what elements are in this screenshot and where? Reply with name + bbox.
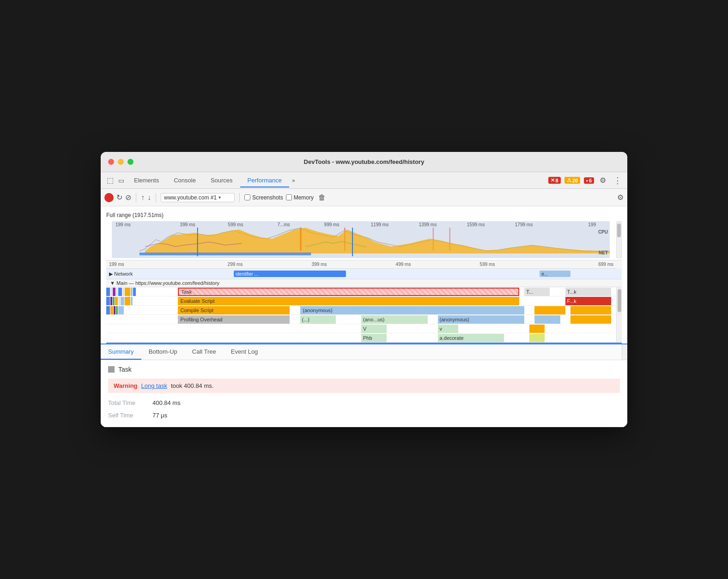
screenshots-toggle: Screenshots	[244, 194, 283, 201]
task-bar-t1: T...	[524, 288, 550, 296]
flame-chart-container: Task T... T...k	[106, 287, 622, 344]
memory-label: Memory	[294, 194, 314, 201]
more-icon[interactable]: ⋮	[612, 174, 624, 187]
network-bar-2: e...	[540, 271, 570, 277]
warning-label: Warning	[114, 382, 138, 389]
eval-mini-bars	[106, 297, 173, 305]
summary-tab[interactable]: Summary	[101, 344, 141, 360]
tab-sources[interactable]: Sources	[203, 174, 240, 187]
task-bar-main[interactable]: Task	[178, 288, 520, 296]
v-bar-2: v	[438, 325, 458, 333]
anonymous-bar[interactable]: (anonymous)	[300, 306, 525, 314]
timeline-marker-1: 199 ms	[115, 222, 164, 227]
left-mini-bars	[106, 288, 173, 296]
badge-row: ✕ 8 ⚠ 20 ▪ 6 ⚙ ⋮	[548, 174, 624, 187]
network-expand[interactable]: ▶ Network	[106, 271, 135, 277]
zoom-ruler: 199 ms 299 ms 399 ms 499 ms 599 ms 699 m…	[106, 260, 622, 269]
timeline-marker-2: 399 ms	[164, 222, 212, 227]
profiling-right	[534, 315, 560, 324]
timeline-marker-7: 1399 ms	[404, 222, 452, 227]
decorate-bar: a.decorate	[438, 334, 504, 342]
summary-panel: Summary Bottom-Up Call Tree Event Log Ta…	[101, 344, 627, 427]
zoom-marker-3: 399 ms	[277, 262, 361, 267]
overview-scrollbar[interactable]	[616, 221, 622, 258]
url-selector[interactable]: www.youtube.com #1 ▾	[161, 193, 235, 202]
warning-row: Warning Long task took 400.84 ms.	[108, 379, 620, 393]
network-row-container: ▶ Network identifier ... e...	[106, 269, 622, 279]
flame-row-v: V v	[106, 324, 616, 333]
self-time-row: Self Time 77 μs	[108, 409, 620, 422]
cpu-label: CPU	[598, 229, 608, 235]
flame-scrollbar-thumb	[618, 289, 621, 312]
compile-mini-bars	[106, 306, 173, 314]
flame-row-compile: Compile Script (anonymous)	[106, 306, 616, 315]
phb-bar: Phb	[361, 334, 387, 342]
upload-button[interactable]: ↑	[141, 193, 145, 202]
summary-scrollbar[interactable]	[622, 344, 627, 360]
total-time-value: 400.84 ms	[152, 399, 181, 406]
reload-button[interactable]: ↻	[116, 193, 122, 202]
zoom-marker-1: 199 ms	[107, 262, 193, 267]
profiling-bar: Profiling Overhead	[178, 315, 290, 324]
memory-checkbox[interactable]	[286, 194, 292, 200]
timeline-marker-3: 599 ms	[212, 222, 260, 227]
device-icon[interactable]: ▭	[115, 175, 127, 186]
svg-rect-5	[140, 253, 311, 255]
timeline-marker-9: 1799 ms	[500, 222, 548, 227]
profiling-right2	[570, 315, 611, 324]
settings-icon[interactable]: ⚙	[617, 193, 624, 202]
ruler-spacer	[616, 260, 622, 269]
zoom-marker-4: 499 ms	[361, 262, 445, 267]
minimize-button[interactable]	[118, 159, 124, 165]
url-text: www.youtube.com #1	[164, 194, 217, 201]
v-right	[529, 325, 545, 333]
timeline-marker-6: 1199 ms	[356, 222, 404, 227]
flame-chart: Task T... T...k	[106, 287, 616, 343]
call-tree-tab[interactable]: Call Tree	[185, 344, 224, 360]
flame-scrollbar[interactable]	[616, 287, 622, 343]
event-log-tab[interactable]: Event Log	[224, 344, 266, 360]
warning-text: took 400.84 ms.	[171, 382, 214, 389]
tab-elements[interactable]: Elements	[127, 174, 166, 187]
maximize-button[interactable]	[127, 159, 133, 165]
tab-bar: ⬚ ▭ Elements Console Sources Performance…	[101, 172, 627, 189]
warn-icon: ⚠	[567, 177, 571, 183]
timeline-overview[interactable]: 199 ms 399 ms 599 ms 7...ms 999 ms 1199 …	[112, 221, 610, 258]
long-task-link[interactable]: Long task	[141, 382, 167, 389]
screenshots-label: Screenshots	[252, 194, 283, 201]
gear-icon[interactable]: ⚙	[598, 174, 608, 187]
tab-performance[interactable]: Performance	[240, 174, 289, 187]
screenshots-checkbox[interactable]	[244, 194, 250, 200]
tab-console[interactable]: Console	[166, 174, 203, 187]
v-bar-1: V	[361, 325, 387, 333]
task-title-row: Task	[108, 366, 620, 373]
profiling-anous: (ano...us)	[361, 315, 428, 324]
traffic-lights	[108, 159, 133, 165]
info-icon: ▪	[586, 178, 588, 183]
compile-right-2	[570, 306, 611, 314]
task-color-swatch	[108, 366, 115, 373]
evaluate-script-bar2: F...k	[565, 297, 611, 305]
task-name: Task	[118, 366, 132, 373]
compile-script-bar[interactable]: Compile Script	[178, 306, 290, 314]
total-time-label: Total Time	[108, 399, 145, 406]
zoom-marker-2: 299 ms	[193, 262, 277, 267]
close-button[interactable]	[108, 159, 114, 165]
evaluate-script-bar[interactable]: Evaluate Script	[178, 297, 520, 305]
bottom-up-tab[interactable]: Bottom-Up	[141, 344, 185, 360]
flame-row-phb: Phb a.decorate	[106, 333, 616, 343]
net-label: NET	[599, 250, 608, 255]
warn-badge: ⚠ 20	[564, 177, 580, 184]
tab-overflow[interactable]: »	[289, 175, 298, 186]
full-range-label: Full range (1917.51ms)	[101, 210, 627, 221]
clear-button[interactable]: ⊘	[125, 193, 131, 202]
record-button[interactable]	[104, 193, 114, 202]
cursor-icon[interactable]: ⬚	[104, 175, 115, 186]
summary-content: Task Warning Long task took 400.84 ms. T…	[101, 360, 627, 427]
download-button[interactable]: ↓	[147, 193, 151, 202]
chevron-down-icon: ▾	[218, 195, 221, 200]
error-count: 8	[556, 178, 558, 183]
main-label: ▼ Main — https://www.youtube.com/feed/hi…	[110, 280, 219, 286]
error-icon: ✕	[551, 177, 555, 183]
timeline-marker-8: 1599 ms	[452, 222, 500, 227]
